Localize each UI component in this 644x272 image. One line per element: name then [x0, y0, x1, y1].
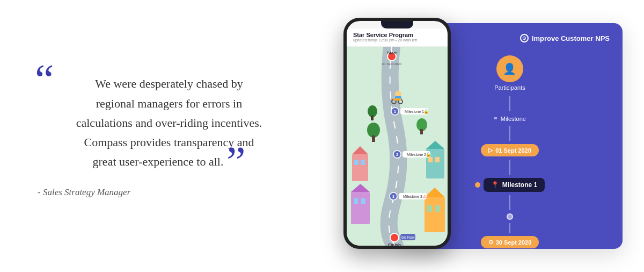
svg-rect-18	[372, 135, 375, 142]
phone-app-subtitle: updated today, 12:30 pm • 28 days left	[353, 38, 441, 42]
date-badge-1: ▷ 01 Sept 2020	[481, 144, 539, 156]
timeline-line-4	[509, 195, 510, 210]
svg-text:Go Now: Go Now	[401, 235, 415, 239]
svg-point-41	[390, 233, 399, 242]
svg-point-17	[367, 123, 380, 138]
svg-rect-7	[354, 198, 358, 204]
close-quote-mark: ”	[226, 138, 246, 185]
nps-label-text: Improve Customer NPS	[532, 34, 610, 42]
svg-text:🔒: 🔒	[426, 152, 431, 157]
quote-wrapper: “ We were desperately chased by regional…	[38, 74, 301, 171]
timeline-line-1	[509, 96, 510, 111]
phone-inner: Star Service Program updated today, 12:3…	[347, 21, 448, 246]
svg-rect-5	[351, 192, 370, 224]
svg-rect-16	[435, 205, 440, 212]
phone-body: Start 01 Sept 2020 1 Milestone 1 🔒 2	[347, 47, 448, 246]
participants-label: Participants	[494, 84, 525, 91]
svg-text:Finish: Finish	[388, 242, 401, 246]
open-quote-mark: “	[35, 58, 54, 101]
nps-title: ⊙ Improve Customer NPS	[520, 34, 610, 42]
participants-icon-circle: 👤	[496, 55, 523, 82]
phone-notch	[381, 21, 413, 28]
participants-node: 👤 Participants	[494, 55, 525, 92]
svg-text:1: 1	[394, 110, 396, 113]
svg-rect-3	[354, 160, 358, 165]
clock-icon: ⊙	[488, 239, 493, 246]
timeline-line-2	[509, 126, 510, 141]
svg-rect-11	[428, 157, 433, 162]
small-dot-node	[507, 213, 513, 220]
quote-line4: Compass provides transparency and	[48, 133, 290, 152]
milestone-1-block: 📍 Milestone 1	[484, 178, 545, 192]
quote-body: We were desperately chased by regional m…	[38, 74, 301, 171]
milestone-label-row: ≡ Milestone	[494, 114, 526, 123]
svg-rect-13	[425, 197, 445, 232]
quote-line5-text: great user-experience to all.	[93, 155, 224, 168]
quote-section: “ We were desperately chased by regional…	[21, 53, 333, 219]
milestone-dot-indicator	[475, 182, 480, 188]
milestone-block-row: 📍 Milestone 1	[475, 177, 545, 193]
milestone-section-label: Milestone	[501, 116, 526, 122]
quote-line1: We were desperately chased by	[48, 74, 290, 94]
game-scene-svg: Start 01 Sept 2020 1 Milestone 1 🔒 2	[347, 47, 448, 246]
quote-line2: regional managers for errors in	[48, 94, 290, 113]
svg-text:Start: Start	[387, 51, 397, 55]
svg-rect-12	[435, 157, 440, 162]
svg-rect-22	[371, 116, 374, 120]
quote-line3: calculations and over-riding incentives.	[48, 113, 290, 133]
nps-icon: ⊙	[520, 34, 529, 42]
milestone-1-label: Milestone 1	[502, 181, 537, 189]
svg-rect-8	[361, 198, 365, 204]
phone-header: Star Service Program updated today, 12:3…	[347, 28, 448, 47]
mockup-section: ⊙ Improve Customer NPS 👤 Participants ≡ …	[333, 12, 623, 260]
quote-line5: great user-experience to all. ”	[48, 152, 290, 171]
svg-text:Milestone 2: Milestone 2	[407, 153, 426, 156]
date-badge-1-text: 01 Sept 2020	[495, 147, 531, 154]
phone-mockup: Star Service Program updated today, 12:3…	[343, 18, 451, 249]
svg-point-21	[368, 105, 377, 117]
svg-text:Milestone 1: Milestone 1	[405, 110, 424, 113]
svg-text:🔒: 🔒	[423, 109, 429, 114]
svg-rect-1	[352, 154, 368, 181]
play-icon: ▷	[488, 147, 493, 154]
timeline-line-3	[509, 160, 510, 175]
milestone-list-icon: ≡	[494, 114, 497, 123]
svg-text:01 Sept 2020: 01 Sept 2020	[382, 62, 401, 66]
svg-rect-15	[427, 205, 432, 212]
attribution: - Sales Strategy Manager	[38, 187, 301, 198]
svg-text:3: 3	[392, 195, 394, 198]
svg-text:⚠: ⚠	[423, 194, 427, 199]
date-badge-2: ⊙ 30 Sept 2020	[481, 236, 539, 248]
svg-rect-4	[361, 160, 365, 165]
phone-app-title: Star Service Program	[353, 32, 441, 38]
svg-text:2: 2	[396, 153, 398, 156]
svg-rect-49	[393, 98, 401, 101]
page-container: “ We were desperately chased by regional…	[0, 0, 644, 272]
compass-pin-icon: 📍	[491, 181, 499, 189]
svg-rect-20	[420, 129, 423, 134]
participants-person-icon: 👤	[503, 62, 516, 75]
timeline-line-5	[509, 223, 510, 233]
date-badge-2-text: 30 Sept 2020	[496, 239, 532, 246]
svg-text:Milestone 3: Milestone 3	[403, 195, 422, 198]
